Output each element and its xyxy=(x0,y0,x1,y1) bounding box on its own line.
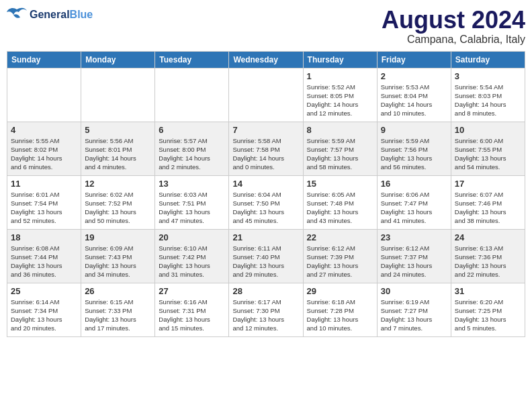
day-info: Sunrise: 6:10 AM Sunset: 7:42 PM Dayligh… xyxy=(159,244,225,279)
day-number: 26 xyxy=(85,286,151,296)
header-saturday: Saturday xyxy=(451,51,525,68)
calendar-week-row: 4Sunrise: 5:55 AM Sunset: 8:02 PM Daylig… xyxy=(7,122,525,175)
calendar-cell: 25Sunrise: 6:14 AM Sunset: 7:34 PM Dayli… xyxy=(7,283,81,336)
day-info: Sunrise: 5:59 AM Sunset: 7:56 PM Dayligh… xyxy=(381,136,447,172)
day-info: Sunrise: 6:15 AM Sunset: 7:33 PM Dayligh… xyxy=(85,298,151,333)
day-info: Sunrise: 6:12 AM Sunset: 7:39 PM Dayligh… xyxy=(307,244,373,279)
day-info: Sunrise: 5:53 AM Sunset: 8:04 PM Dayligh… xyxy=(381,83,447,118)
calendar-cell: 4Sunrise: 5:55 AM Sunset: 8:02 PM Daylig… xyxy=(7,122,81,175)
calendar-cell: 10Sunrise: 6:00 AM Sunset: 7:55 PM Dayli… xyxy=(451,122,525,175)
calendar-cell: 17Sunrise: 6:07 AM Sunset: 7:46 PM Dayli… xyxy=(451,175,525,229)
day-number: 3 xyxy=(455,71,521,81)
day-number: 13 xyxy=(159,179,225,189)
calendar-cell: 12Sunrise: 6:02 AM Sunset: 7:52 PM Dayli… xyxy=(81,175,155,229)
calendar-week-row: 1Sunrise: 5:52 AM Sunset: 8:05 PM Daylig… xyxy=(7,68,525,122)
month-year-title: August 2024 xyxy=(382,7,525,34)
calendar-week-row: 11Sunrise: 6:01 AM Sunset: 7:54 PM Dayli… xyxy=(7,175,525,229)
page-header: GeneralBlue August 2024 Campana, Calabri… xyxy=(7,7,525,46)
day-info: Sunrise: 6:18 AM Sunset: 7:28 PM Dayligh… xyxy=(307,298,373,333)
day-number: 4 xyxy=(11,125,77,135)
calendar-cell: 13Sunrise: 6:03 AM Sunset: 7:51 PM Dayli… xyxy=(155,175,229,229)
day-info: Sunrise: 5:52 AM Sunset: 8:05 PM Dayligh… xyxy=(307,83,373,118)
calendar-cell: 15Sunrise: 6:05 AM Sunset: 7:48 PM Dayli… xyxy=(303,175,377,229)
day-number: 7 xyxy=(232,125,299,135)
day-info: Sunrise: 6:11 AM Sunset: 7:40 PM Dayligh… xyxy=(232,244,299,279)
day-number: 31 xyxy=(455,286,521,296)
calendar-cell xyxy=(7,68,81,122)
calendar-cell: 7Sunrise: 5:58 AM Sunset: 7:58 PM Daylig… xyxy=(229,122,303,175)
day-info: Sunrise: 6:03 AM Sunset: 7:51 PM Dayligh… xyxy=(159,190,225,226)
calendar-cell: 8Sunrise: 5:59 AM Sunset: 7:57 PM Daylig… xyxy=(303,122,377,175)
calendar-cell xyxy=(81,68,155,122)
calendar-cell: 26Sunrise: 6:15 AM Sunset: 7:33 PM Dayli… xyxy=(81,283,155,336)
header-friday: Friday xyxy=(377,51,451,68)
day-info: Sunrise: 5:59 AM Sunset: 7:57 PM Dayligh… xyxy=(307,136,373,172)
day-number: 16 xyxy=(381,179,447,189)
logo-text: GeneralBlue xyxy=(30,9,93,21)
day-info: Sunrise: 6:14 AM Sunset: 7:34 PM Dayligh… xyxy=(11,298,77,333)
calendar-cell: 28Sunrise: 6:17 AM Sunset: 7:30 PM Dayli… xyxy=(229,283,303,336)
day-info: Sunrise: 6:07 AM Sunset: 7:46 PM Dayligh… xyxy=(455,190,521,226)
day-number: 24 xyxy=(455,232,521,242)
day-info: Sunrise: 6:20 AM Sunset: 7:25 PM Dayligh… xyxy=(455,298,521,333)
day-number: 12 xyxy=(85,179,151,189)
day-number: 25 xyxy=(11,286,77,296)
calendar-cell: 1Sunrise: 5:52 AM Sunset: 8:05 PM Daylig… xyxy=(303,68,377,122)
day-number: 17 xyxy=(455,179,521,189)
header-wednesday: Wednesday xyxy=(229,51,303,68)
calendar-week-row: 25Sunrise: 6:14 AM Sunset: 7:34 PM Dayli… xyxy=(7,283,525,336)
day-number: 19 xyxy=(85,232,151,242)
calendar-cell xyxy=(229,68,303,122)
day-number: 9 xyxy=(381,125,447,135)
day-number: 6 xyxy=(159,125,225,135)
header-sunday: Sunday xyxy=(7,51,81,68)
day-info: Sunrise: 6:00 AM Sunset: 7:55 PM Dayligh… xyxy=(455,136,521,172)
day-number: 18 xyxy=(11,232,77,242)
logo: GeneralBlue xyxy=(7,7,93,23)
location-subtitle: Campana, Calabria, Italy xyxy=(382,34,525,46)
day-number: 20 xyxy=(159,232,225,242)
calendar-table: Sunday Monday Tuesday Wednesday Thursday… xyxy=(7,51,525,337)
calendar-cell: 24Sunrise: 6:13 AM Sunset: 7:36 PM Dayli… xyxy=(451,229,525,283)
day-info: Sunrise: 6:09 AM Sunset: 7:43 PM Dayligh… xyxy=(85,244,151,279)
day-info: Sunrise: 5:54 AM Sunset: 8:03 PM Dayligh… xyxy=(455,83,521,118)
day-info: Sunrise: 6:16 AM Sunset: 7:31 PM Dayligh… xyxy=(159,298,225,333)
day-info: Sunrise: 6:05 AM Sunset: 7:48 PM Dayligh… xyxy=(307,190,373,226)
calendar-cell: 19Sunrise: 6:09 AM Sunset: 7:43 PM Dayli… xyxy=(81,229,155,283)
calendar-cell: 2Sunrise: 5:53 AM Sunset: 8:04 PM Daylig… xyxy=(377,68,451,122)
header-thursday: Thursday xyxy=(303,51,377,68)
title-block: August 2024 Campana, Calabria, Italy xyxy=(382,7,525,46)
day-number: 15 xyxy=(307,179,373,189)
calendar-cell: 18Sunrise: 6:08 AM Sunset: 7:44 PM Dayli… xyxy=(7,229,81,283)
day-number: 28 xyxy=(232,286,299,296)
day-info: Sunrise: 5:58 AM Sunset: 7:58 PM Dayligh… xyxy=(232,136,299,172)
calendar-cell: 5Sunrise: 5:56 AM Sunset: 8:01 PM Daylig… xyxy=(81,122,155,175)
day-number: 27 xyxy=(159,286,225,296)
calendar-cell: 31Sunrise: 6:20 AM Sunset: 7:25 PM Dayli… xyxy=(451,283,525,336)
calendar-cell: 16Sunrise: 6:06 AM Sunset: 7:47 PM Dayli… xyxy=(377,175,451,229)
day-info: Sunrise: 5:56 AM Sunset: 8:01 PM Dayligh… xyxy=(85,136,151,172)
calendar-cell: 21Sunrise: 6:11 AM Sunset: 7:40 PM Dayli… xyxy=(229,229,303,283)
calendar-cell: 23Sunrise: 6:12 AM Sunset: 7:37 PM Dayli… xyxy=(377,229,451,283)
day-info: Sunrise: 6:01 AM Sunset: 7:54 PM Dayligh… xyxy=(11,190,77,226)
calendar-cell: 6Sunrise: 5:57 AM Sunset: 8:00 PM Daylig… xyxy=(155,122,229,175)
day-number: 23 xyxy=(381,232,447,242)
calendar-cell: 11Sunrise: 6:01 AM Sunset: 7:54 PM Dayli… xyxy=(7,175,81,229)
logo-icon xyxy=(7,7,27,23)
day-info: Sunrise: 6:08 AM Sunset: 7:44 PM Dayligh… xyxy=(11,244,77,279)
calendar-cell: 9Sunrise: 5:59 AM Sunset: 7:56 PM Daylig… xyxy=(377,122,451,175)
day-info: Sunrise: 6:12 AM Sunset: 7:37 PM Dayligh… xyxy=(381,244,447,279)
day-info: Sunrise: 6:17 AM Sunset: 7:30 PM Dayligh… xyxy=(232,298,299,333)
day-number: 14 xyxy=(232,179,299,189)
calendar-cell: 30Sunrise: 6:19 AM Sunset: 7:27 PM Dayli… xyxy=(377,283,451,336)
day-number: 29 xyxy=(307,286,373,296)
day-info: Sunrise: 5:55 AM Sunset: 8:02 PM Dayligh… xyxy=(11,136,77,172)
calendar-week-row: 18Sunrise: 6:08 AM Sunset: 7:44 PM Dayli… xyxy=(7,229,525,283)
calendar-cell: 27Sunrise: 6:16 AM Sunset: 7:31 PM Dayli… xyxy=(155,283,229,336)
day-number: 22 xyxy=(307,232,373,242)
day-number: 2 xyxy=(381,71,447,81)
day-info: Sunrise: 5:57 AM Sunset: 8:00 PM Dayligh… xyxy=(159,136,225,172)
day-number: 5 xyxy=(85,125,151,135)
day-info: Sunrise: 6:02 AM Sunset: 7:52 PM Dayligh… xyxy=(85,190,151,226)
calendar-cell: 3Sunrise: 5:54 AM Sunset: 8:03 PM Daylig… xyxy=(451,68,525,122)
